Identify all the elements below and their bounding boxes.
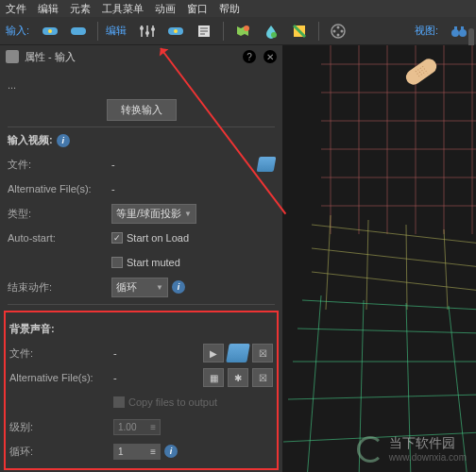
info-icon[interactable]: i xyxy=(164,445,178,458)
loop-input[interactable]: 1≡ xyxy=(113,444,161,460)
type-label: 类型: xyxy=(8,207,111,221)
close-icon[interactable]: ✕ xyxy=(264,50,277,63)
panel-title: 属性 - 输入 xyxy=(25,50,76,64)
menu-help[interactable]: 帮助 xyxy=(219,2,240,16)
menu-edit[interactable]: 编辑 xyxy=(38,2,59,16)
tool-droplet-icon[interactable] xyxy=(260,21,282,42)
type-combo[interactable]: 等里/球面投影▼ xyxy=(111,204,196,224)
menu-toolmenu[interactable]: 工具菜单 xyxy=(102,2,144,16)
svg-point-19 xyxy=(333,29,336,32)
loopct-label: 循环: xyxy=(9,445,113,459)
svg-line-40 xyxy=(366,220,368,310)
copyout-label: Copy files to output xyxy=(128,396,217,408)
svg-point-7 xyxy=(145,31,149,35)
endaction-label: 结束动作: xyxy=(8,280,111,295)
menu-window[interactable]: 窗口 xyxy=(187,2,208,16)
open-file-icon[interactable] xyxy=(226,344,250,362)
svg-point-17 xyxy=(341,29,344,32)
svg-line-46 xyxy=(288,395,476,399)
svg-point-18 xyxy=(337,33,340,36)
svg-line-38 xyxy=(312,272,476,291)
svg-point-12 xyxy=(244,25,249,31)
altfile-label: Alternative File(s): xyxy=(8,183,111,194)
play-icon[interactable]: ▶ xyxy=(203,344,224,362)
menu-element[interactable]: 元素 xyxy=(70,2,91,16)
gear-icon[interactable]: ✱ xyxy=(228,368,248,387)
bgsound-header: 背景声音: xyxy=(9,322,55,336)
tool-map-icon[interactable] xyxy=(231,21,254,42)
edit-label: 编辑 xyxy=(106,24,127,38)
tool-binoculars-icon[interactable] xyxy=(448,21,470,42)
startmuted-checkbox[interactable] xyxy=(111,257,123,268)
tool-script-icon[interactable] xyxy=(193,21,215,42)
tool-pano2-icon[interactable] xyxy=(67,21,90,42)
level-input[interactable]: 1.00≡ xyxy=(113,419,161,435)
svg-line-39 xyxy=(326,215,331,310)
svg-rect-2 xyxy=(71,27,86,35)
watermark: 当下软件园www.downxia.com xyxy=(357,435,467,463)
svg-point-16 xyxy=(337,25,340,28)
svg-line-48 xyxy=(307,295,321,472)
svg-line-41 xyxy=(406,225,407,310)
startload-checkbox[interactable]: ✓ xyxy=(111,232,123,244)
clear-icon[interactable]: ☒ xyxy=(252,368,273,387)
level-label: 级别: xyxy=(9,420,113,434)
bg-altfile-label: Alternative File(s): xyxy=(9,372,113,383)
tool-sliders-icon[interactable] xyxy=(136,21,159,42)
tool-reel-icon[interactable] xyxy=(327,21,349,42)
tool-pano-icon[interactable] xyxy=(39,21,61,42)
viewport-3d[interactable] xyxy=(283,45,476,472)
input-label: 输入: xyxy=(6,24,29,38)
menu-anim[interactable]: 动画 xyxy=(155,2,176,16)
autostart-label: Auto-start: xyxy=(8,232,111,244)
highlighted-section: 背景声音: 文件:-▶☒ Alternative File(s):-▦✱☒ Co… xyxy=(4,311,279,470)
add-icon[interactable]: ▦ xyxy=(203,368,224,387)
view-label: 视图: xyxy=(415,24,438,38)
svg-rect-22 xyxy=(454,26,457,31)
svg-line-42 xyxy=(444,229,448,310)
svg-line-36 xyxy=(312,225,476,244)
endaction-combo[interactable]: 循环▼ xyxy=(111,278,168,297)
svg-point-6 xyxy=(140,26,144,30)
help-icon[interactable]: ? xyxy=(243,50,256,63)
open-file-icon[interactable] xyxy=(257,157,277,172)
panel-icon xyxy=(6,50,19,63)
svg-point-8 xyxy=(151,27,155,31)
file-label: 文件: xyxy=(8,158,111,172)
svg-point-10 xyxy=(174,29,178,33)
clear-icon[interactable]: ☒ xyxy=(252,344,273,362)
bg-file-label: 文件: xyxy=(9,346,113,361)
inputvideo-header: 输入视频: xyxy=(8,133,53,147)
svg-rect-23 xyxy=(461,26,464,31)
altfile-value: - xyxy=(111,183,115,194)
info-icon[interactable]: i xyxy=(172,280,185,294)
tool-gmap-icon[interactable] xyxy=(288,21,311,42)
tool-pano3-icon[interactable] xyxy=(164,21,187,42)
svg-point-13 xyxy=(271,32,277,38)
startmuted-label: Start muted xyxy=(127,257,180,268)
svg-line-43 xyxy=(302,300,476,310)
svg-line-44 xyxy=(298,329,476,333)
copyout-checkbox xyxy=(113,396,125,408)
startload-label: Start on Load xyxy=(127,232,189,244)
file-value: - xyxy=(111,159,115,170)
svg-point-1 xyxy=(48,29,52,33)
info-icon[interactable]: i xyxy=(57,134,70,147)
svg-line-37 xyxy=(312,248,476,267)
convert-button[interactable]: 转换输入 xyxy=(107,99,177,121)
menu-file[interactable]: 文件 xyxy=(6,2,26,16)
